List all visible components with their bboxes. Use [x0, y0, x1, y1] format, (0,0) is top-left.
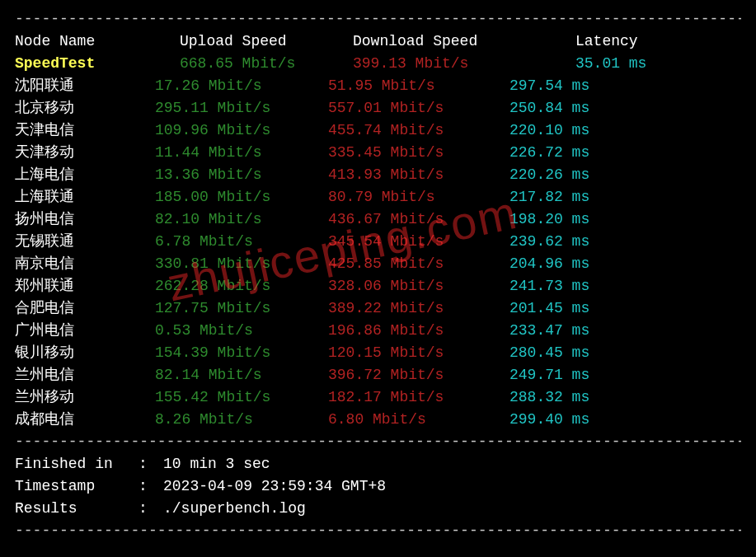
footer-timestamp: Timestamp : 2023-04-09 23:59:34 GMT+8 [15, 475, 741, 498]
download-speed: 6.80 Mbit/s [328, 409, 509, 431]
speedtest-row: SpeedTest 668.65 Mbit/s 399.13 Mbit/s 35… [15, 53, 741, 75]
upload-speed: 0.53 Mbit/s [155, 320, 328, 342]
table-row: 扬州电信82.10 Mbit/s436.67 Mbit/s198.20 ms [15, 208, 741, 231]
latency: 220.10 ms [509, 119, 589, 142]
download-speed: 196.86 Mbit/s [328, 320, 509, 342]
latency: 220.26 ms [509, 164, 589, 186]
top-divider: ----------------------------------------… [15, 8, 741, 30]
speedtest-upload: 668.65 Mbit/s [180, 53, 353, 75]
table-row: 上海联通185.00 Mbit/s80.79 Mbit/s217.82 ms [15, 186, 741, 208]
node-name: 沈阳联通 [15, 75, 155, 97]
timestamp-label: Timestamp [15, 475, 139, 498]
node-name: 成都电信 [15, 409, 155, 431]
latency: 201.45 ms [509, 297, 589, 320]
node-name: 兰州移动 [15, 386, 155, 409]
table-row: 天津电信109.96 Mbit/s455.74 Mbit/s220.10 ms [15, 119, 741, 142]
latency: 226.72 ms [509, 142, 589, 164]
table-row: 南京电信330.81 Mbit/s425.85 Mbit/s204.96 ms [15, 253, 741, 275]
download-speed: 413.93 Mbit/s [328, 164, 509, 186]
upload-speed: 6.78 Mbit/s [155, 231, 328, 253]
upload-speed: 17.26 Mbit/s [155, 75, 328, 97]
node-name: 上海电信 [15, 164, 155, 186]
node-name: 天津移动 [15, 142, 155, 164]
mid-divider: ----------------------------------------… [15, 431, 741, 453]
upload-speed: 8.26 Mbit/s [155, 409, 328, 431]
upload-speed: 330.81 Mbit/s [155, 253, 328, 275]
node-name: 南京电信 [15, 253, 155, 275]
node-name: 银川移动 [15, 342, 155, 364]
node-name: 上海联通 [15, 186, 155, 208]
results-label: Results [15, 498, 139, 520]
latency: 198.20 ms [509, 208, 589, 231]
node-name: 无锡联通 [15, 231, 155, 253]
download-speed: 455.74 Mbit/s [328, 119, 509, 142]
upload-speed: 11.44 Mbit/s [155, 142, 328, 164]
header-row: Node Name Upload Speed Download Speed La… [15, 30, 741, 53]
download-speed: 120.15 Mbit/s [328, 342, 509, 364]
upload-speed: 82.14 Mbit/s [155, 364, 328, 386]
header-upload: Upload Speed [180, 30, 353, 53]
download-speed: 182.17 Mbit/s [328, 386, 509, 409]
data-rows: 沈阳联通17.26 Mbit/s51.95 Mbit/s297.54 ms北京移… [15, 75, 741, 431]
download-speed: 436.67 Mbit/s [328, 208, 509, 231]
header-node: Node Name [15, 30, 180, 53]
latency: 239.62 ms [509, 231, 589, 253]
header-latency: Latency [575, 30, 638, 53]
latency: 241.73 ms [509, 275, 589, 297]
colon: : [139, 498, 163, 520]
footer-results: Results : ./superbench.log [15, 498, 741, 520]
table-row: 沈阳联通17.26 Mbit/s51.95 Mbit/s297.54 ms [15, 75, 741, 97]
download-speed: 425.85 Mbit/s [328, 253, 509, 275]
upload-speed: 295.11 Mbit/s [155, 97, 328, 119]
upload-speed: 13.36 Mbit/s [155, 164, 328, 186]
table-row: 天津移动11.44 Mbit/s335.45 Mbit/s226.72 ms [15, 142, 741, 164]
latency: 250.84 ms [509, 97, 589, 119]
table-row: 兰州移动155.42 Mbit/s182.17 Mbit/s288.32 ms [15, 386, 741, 409]
download-speed: 80.79 Mbit/s [328, 186, 509, 208]
latency: 297.54 ms [509, 75, 589, 97]
latency: 288.32 ms [509, 386, 589, 409]
upload-speed: 185.00 Mbit/s [155, 186, 328, 208]
latency: 249.71 ms [509, 364, 589, 386]
header-download: Download Speed [353, 30, 575, 53]
table-row: 上海电信13.36 Mbit/s413.93 Mbit/s220.26 ms [15, 164, 741, 186]
download-speed: 328.06 Mbit/s [328, 275, 509, 297]
node-name: 兰州电信 [15, 364, 155, 386]
table-row: 无锡联通6.78 Mbit/s345.54 Mbit/s239.62 ms [15, 231, 741, 253]
upload-speed: 155.42 Mbit/s [155, 386, 328, 409]
table-row: 合肥电信127.75 Mbit/s389.22 Mbit/s201.45 ms [15, 297, 741, 320]
bottom-divider: ----------------------------------------… [15, 520, 741, 542]
download-speed: 345.54 Mbit/s [328, 231, 509, 253]
download-speed: 557.01 Mbit/s [328, 97, 509, 119]
results-value: ./superbench.log [163, 498, 306, 520]
table-row: 成都电信8.26 Mbit/s6.80 Mbit/s299.40 ms [15, 409, 741, 431]
table-row: 银川移动154.39 Mbit/s120.15 Mbit/s280.45 ms [15, 342, 741, 364]
finished-value: 10 min 3 sec [163, 453, 270, 475]
timestamp-value: 2023-04-09 23:59:34 GMT+8 [163, 475, 386, 498]
upload-speed: 127.75 Mbit/s [155, 297, 328, 320]
table-row: 郑州联通262.28 Mbit/s328.06 Mbit/s241.73 ms [15, 275, 741, 297]
upload-speed: 262.28 Mbit/s [155, 275, 328, 297]
latency: 233.47 ms [509, 320, 589, 342]
download-speed: 396.72 Mbit/s [328, 364, 509, 386]
node-name: 扬州电信 [15, 208, 155, 231]
latency: 299.40 ms [509, 409, 589, 431]
speedtest-download: 399.13 Mbit/s [353, 53, 575, 75]
download-speed: 389.22 Mbit/s [328, 297, 509, 320]
upload-speed: 154.39 Mbit/s [155, 342, 328, 364]
colon: : [139, 453, 163, 475]
download-speed: 51.95 Mbit/s [328, 75, 509, 97]
latency: 217.82 ms [509, 186, 589, 208]
colon: : [139, 475, 163, 498]
footer-finished: Finished in : 10 min 3 sec [15, 453, 741, 475]
table-row: 北京移动295.11 Mbit/s557.01 Mbit/s250.84 ms [15, 97, 741, 119]
node-name: 北京移动 [15, 97, 155, 119]
download-speed: 335.45 Mbit/s [328, 142, 509, 164]
upload-speed: 109.96 Mbit/s [155, 119, 328, 142]
speedtest-latency: 35.01 ms [575, 53, 646, 75]
table-row: 广州电信0.53 Mbit/s196.86 Mbit/s233.47 ms [15, 320, 741, 342]
table-row: 兰州电信82.14 Mbit/s396.72 Mbit/s249.71 ms [15, 364, 741, 386]
finished-label: Finished in [15, 453, 139, 475]
latency: 280.45 ms [509, 342, 589, 364]
latency: 204.96 ms [509, 253, 589, 275]
